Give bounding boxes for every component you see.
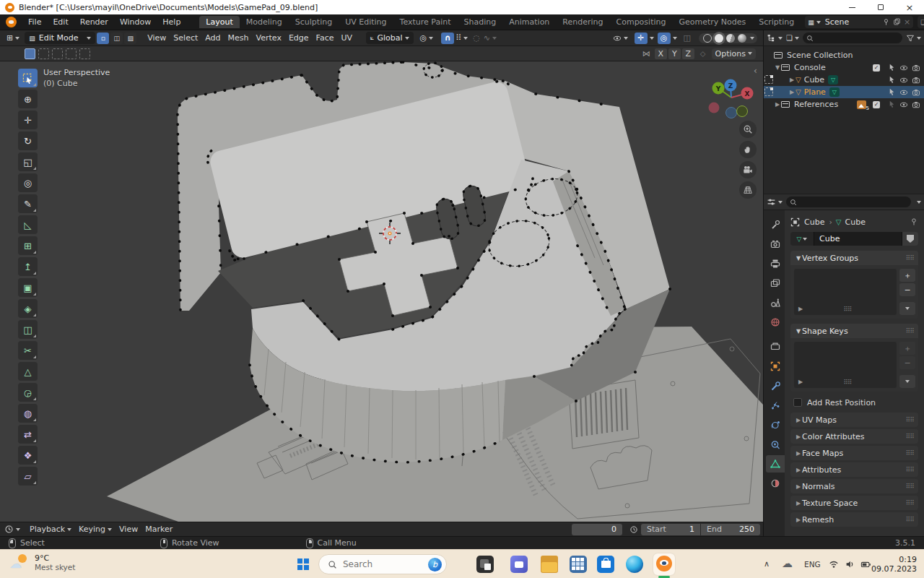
- options-dropdown[interactable]: Options: [712, 48, 756, 59]
- select-mode-subtract[interactable]: [52, 48, 63, 59]
- new-scene-icon[interactable]: [893, 18, 901, 26]
- app-blender-icon-active[interactable]: [653, 553, 675, 575]
- tool-loop-cut[interactable]: ◫: [18, 320, 38, 339]
- current-frame-field[interactable]: 0: [572, 524, 622, 535]
- shape-keys-list[interactable]: ▶⠿⠿: [794, 342, 897, 388]
- tab-tool[interactable]: [766, 216, 785, 233]
- drag-dots-icon[interactable]: ⠿⠿: [906, 466, 914, 473]
- clock-widget[interactable]: 0:19 09.07.2023: [871, 555, 917, 574]
- selectable-icon[interactable]: [888, 88, 896, 96]
- shading-solid-button[interactable]: [715, 34, 723, 43]
- mirror-y-button[interactable]: Y: [668, 48, 681, 59]
- tool-extrude-region[interactable]: ↥: [18, 257, 38, 276]
- show-gizmo-visibility-button[interactable]: [609, 33, 632, 43]
- mode-select[interactable]: ▧ Edit Mode: [25, 32, 95, 44]
- pan-view-button[interactable]: [739, 141, 757, 158]
- panel-attributes[interactable]: ▶Attributes⠿⠿: [790, 462, 918, 477]
- delete-scene-icon[interactable]: ×: [904, 17, 910, 27]
- properties-editor-caret[interactable]: [778, 201, 783, 204]
- snap-settings-button[interactable]: ⠿: [454, 33, 469, 43]
- orthographic-toggle-button[interactable]: [739, 181, 757, 199]
- tab-layout[interactable]: Layout: [199, 16, 239, 28]
- panel-remesh[interactable]: ▶Remesh⠿⠿: [790, 512, 918, 527]
- tab-scripting[interactable]: Scripting: [752, 16, 801, 28]
- overlays-toggle[interactable]: ◎: [658, 33, 671, 44]
- proportional-editing-toggle[interactable]: ◌: [469, 33, 484, 43]
- app-photos-icon[interactable]: [476, 556, 494, 573]
- app-store-icon[interactable]: [597, 556, 614, 573]
- mesh-data-dropdown[interactable]: ▽: [790, 232, 814, 246]
- tool-transform[interactable]: ◎: [18, 173, 38, 192]
- scene-selector[interactable]: ▦ Scene ×: [805, 16, 913, 28]
- menu-view[interactable]: View: [144, 33, 170, 43]
- render-camera-icon[interactable]: [912, 88, 920, 97]
- viewlayer-selector[interactable]: ❏ ViewLayer ×: [918, 16, 924, 28]
- outliner-row-references[interactable]: ▶ References 5 ✓: [764, 98, 924, 111]
- volume-icon[interactable]: [845, 559, 855, 569]
- vertex-groups-header[interactable]: ▼Vertex Groups⠿⠿: [790, 251, 918, 265]
- panel-face-maps[interactable]: ▶Face Maps⠿⠿: [790, 446, 918, 460]
- select-mode-extend[interactable]: [38, 48, 49, 59]
- language-indicator[interactable]: ENG: [804, 560, 821, 569]
- vertex-group-specials-button[interactable]: [899, 302, 915, 315]
- tool-move[interactable]: ✛: [18, 111, 38, 129]
- tab-constraints[interactable]: [766, 436, 785, 453]
- selectable-icon[interactable]: [888, 76, 896, 84]
- minimize-button[interactable]: [837, 0, 866, 14]
- axis-y-neg-ball[interactable]: [737, 106, 748, 117]
- menu-uv[interactable]: UV: [337, 33, 356, 43]
- list-filter-expand[interactable]: ▶: [798, 379, 803, 386]
- menu-mesh[interactable]: Mesh: [225, 33, 253, 43]
- tool-shear[interactable]: ▱: [18, 467, 38, 486]
- tab-output[interactable]: [766, 255, 785, 272]
- hide-eye-icon[interactable]: [899, 64, 908, 72]
- tool-add-cube[interactable]: ⊞: [18, 236, 38, 255]
- outliner-row-cube[interactable]: ▶ ▽ Cube ▽: [764, 74, 924, 86]
- outliner-display-mode-icon[interactable]: ❏: [786, 34, 793, 42]
- drag-dots-icon[interactable]: ⠿⠿: [906, 254, 914, 262]
- tab-particles[interactable]: [766, 397, 785, 414]
- xray-toggle[interactable]: ◫: [680, 33, 694, 43]
- hide-eye-icon[interactable]: [899, 76, 908, 85]
- breadcrumb-data-name[interactable]: Cube: [845, 217, 866, 227]
- render-camera-icon[interactable]: [912, 76, 920, 85]
- sidebar-collapse-arrow[interactable]: ‹: [754, 66, 757, 76]
- menu-file[interactable]: File: [22, 17, 47, 27]
- maximize-button[interactable]: [866, 0, 895, 14]
- axis-x-neg-ball[interactable]: [709, 103, 720, 113]
- app-edge-icon[interactable]: [626, 556, 643, 573]
- pin-scene-icon[interactable]: [882, 18, 890, 26]
- transform-orientation-select[interactable]: ⟀ Global: [366, 32, 414, 44]
- select-mode-set[interactable]: [25, 48, 35, 59]
- menu-face[interactable]: Face: [313, 33, 338, 43]
- tool-smooth[interactable]: ◍: [18, 404, 38, 423]
- panel-color-attributes[interactable]: ▶Color Attributes⠿⠿: [790, 429, 918, 444]
- close-button[interactable]: ×: [895, 0, 924, 14]
- tab-compositing[interactable]: Compositing: [610, 16, 673, 28]
- tab-render[interactable]: [766, 236, 785, 253]
- tray-chevron-icon[interactable]: ∧: [764, 559, 770, 569]
- falloff-curve-button[interactable]: ∿: [484, 33, 500, 43]
- properties-search-input[interactable]: [786, 197, 911, 207]
- drag-dots-icon[interactable]: ⠿⠿: [906, 416, 914, 423]
- tool-bevel[interactable]: ◈: [18, 299, 38, 318]
- timeline-editor-caret[interactable]: [16, 528, 20, 531]
- add-rest-position-checkbox[interactable]: [793, 398, 802, 407]
- tool-measure[interactable]: ◺: [18, 215, 38, 234]
- menu-window[interactable]: Window: [114, 17, 157, 27]
- tool-rotate[interactable]: ↻: [18, 131, 38, 150]
- search-input[interactable]: [343, 559, 422, 569]
- battery-icon[interactable]: [860, 559, 871, 569]
- snap-base-icon[interactable]: ⬦: [700, 49, 706, 59]
- tab-view-layer[interactable]: [766, 275, 785, 292]
- bing-chat-icon[interactable]: b: [428, 558, 442, 571]
- tab-material[interactable]: [766, 475, 785, 492]
- tool-shrink-fatten[interactable]: ❖: [18, 446, 38, 465]
- menu-edit[interactable]: Edit: [47, 17, 74, 27]
- panel-texture-space[interactable]: ▶Texture Space⠿⠿: [790, 496, 918, 510]
- scene-browse-icon[interactable]: ▦: [808, 19, 814, 26]
- 3d-viewport[interactable]: ⊕ ✛ ↻ ◱ ◎ ✎ ◺ ⊞ ↥ ▣ ◈ ◫ ✂ △ ◶ ◍ ⇄ ❖ ▱ Us…: [0, 61, 763, 522]
- tab-rendering[interactable]: Rendering: [556, 16, 609, 28]
- drag-dots-icon[interactable]: ⠿⠿: [906, 449, 914, 457]
- menu-vertex[interactable]: Vertex: [253, 33, 285, 43]
